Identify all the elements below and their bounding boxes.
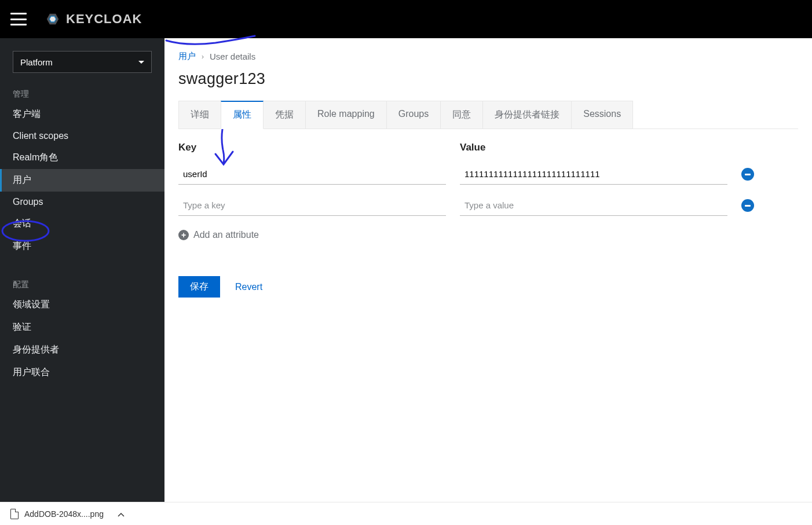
attribute-row	[178, 164, 798, 185]
brand-text: KEYCLOAK	[66, 12, 142, 27]
menu-toggle-button[interactable]	[10, 13, 27, 25]
revert-button[interactable]: Revert	[235, 282, 262, 292]
attribute-value-input[interactable]	[460, 164, 727, 185]
attribute-key-input[interactable]	[178, 195, 446, 216]
sidebar-item-users[interactable]: 用户	[0, 169, 164, 192]
attribute-value-input[interactable]	[460, 195, 727, 216]
download-shelf: AddDOB-2048x....png	[0, 502, 812, 525]
realm-selector[interactable]: Platform	[13, 51, 152, 73]
sidebar-section-config: 配置	[0, 274, 164, 293]
breadcrumb-current: User details	[210, 52, 255, 61]
remove-attribute-button[interactable]	[741, 199, 754, 212]
sidebar-item-authentication[interactable]: 验证	[0, 316, 164, 339]
add-attribute-label: Add an attribute	[193, 230, 259, 240]
sidebar-item-groups[interactable]: Groups	[0, 192, 164, 212]
save-button[interactable]: 保存	[178, 276, 220, 298]
breadcrumb-users-link[interactable]: 用户	[178, 51, 196, 62]
download-filename: AddDOB-2048x....png	[24, 509, 104, 519]
tab-credentials[interactable]: 凭据	[263, 101, 306, 129]
brand: KEYCLOAK	[43, 12, 142, 27]
attribute-key-input[interactable]	[178, 164, 446, 185]
form-actions: 保存 Revert	[178, 276, 798, 298]
tabs: 详细 属性 凭据 Role mapping Groups 同意 身份提供者链接 …	[178, 101, 798, 129]
attribute-row	[178, 195, 798, 216]
sidebar-item-events[interactable]: 事件	[0, 235, 164, 258]
plus-circle-icon: +	[178, 230, 189, 240]
sidebar-item-identity-providers[interactable]: 身份提供者	[0, 339, 164, 361]
sidebar: Platform 管理 客户端 Client scopes Realm角色 用户…	[0, 38, 164, 502]
minus-icon	[745, 174, 751, 175]
tab-identity-provider-links[interactable]: 身份提供者链接	[482, 101, 572, 129]
tab-role-mapping[interactable]: Role mapping	[305, 101, 387, 129]
tab-details[interactable]: 详细	[178, 101, 221, 129]
sidebar-item-sessions[interactable]: 会话	[0, 212, 164, 235]
main: 用户 › User details swagger123 详细 属性 凭据 Ro…	[164, 38, 812, 502]
minus-icon	[745, 205, 751, 207]
chevron-up-icon	[118, 509, 125, 519]
add-attribute-button[interactable]: + Add an attribute	[178, 230, 259, 240]
sidebar-item-realm-settings[interactable]: 领域设置	[0, 293, 164, 316]
column-value-header: Value	[460, 142, 727, 153]
tab-attributes[interactable]: 属性	[221, 101, 264, 129]
column-key-header: Key	[178, 142, 446, 153]
tab-groups[interactable]: Groups	[386, 101, 441, 129]
caret-down-icon	[138, 61, 144, 64]
chevron-right-icon: ›	[202, 53, 204, 61]
sidebar-item-clients[interactable]: 客户端	[0, 103, 164, 126]
download-file-chip[interactable]: AddDOB-2048x....png	[10, 509, 125, 519]
sidebar-item-client-scopes[interactable]: Client scopes	[0, 126, 164, 146]
sidebar-item-user-federation[interactable]: 用户联合	[0, 361, 164, 384]
remove-attribute-button[interactable]	[741, 168, 754, 181]
keycloak-logo-icon	[43, 12, 63, 27]
topbar: KEYCLOAK	[0, 0, 812, 38]
tab-consents[interactable]: 同意	[440, 101, 483, 129]
file-icon	[10, 509, 19, 519]
realm-selector-label: Platform	[20, 57, 53, 67]
breadcrumb: 用户 › User details	[178, 51, 798, 62]
page-title: swagger123	[178, 70, 798, 88]
tab-sessions[interactable]: Sessions	[571, 101, 633, 129]
sidebar-section-manage: 管理	[0, 83, 164, 103]
sidebar-item-realm-roles[interactable]: Realm角色	[0, 146, 164, 169]
attributes-section: Key Value + Add an attribute	[178, 142, 798, 240]
